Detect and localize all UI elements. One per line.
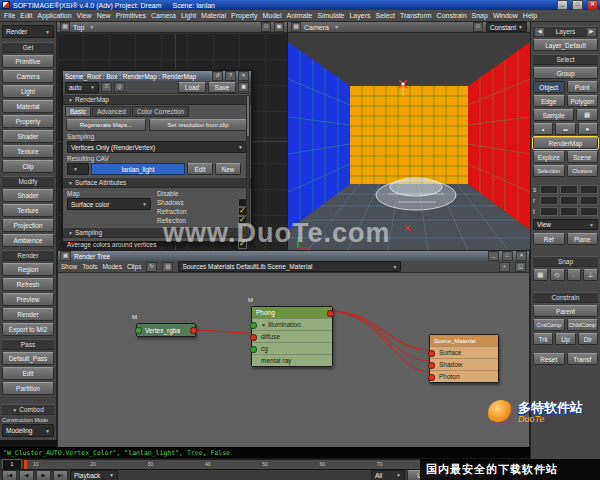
select-polygon-button[interactable]: Polygon: [567, 95, 599, 107]
average-colors-checkbox[interactable]: [238, 240, 247, 249]
output-port[interactable]: [327, 310, 334, 317]
select-sample-button[interactable]: Sample: [533, 109, 574, 121]
snap-midpoint-icon[interactable]: ∙: [567, 269, 582, 281]
window-menu-icon[interactable]: ▣: [60, 251, 71, 261]
view-type-menu[interactable]: Camera: [304, 24, 329, 31]
toolbar-button[interactable]: Shader: [2, 130, 54, 143]
filter-icon-1[interactable]: •: [533, 123, 553, 135]
lock-icon[interactable]: ⚿: [101, 82, 112, 92]
toolbar-button[interactable]: Clip: [2, 160, 54, 173]
recycle-icon[interactable]: ↺: [212, 71, 223, 81]
display-mode-select[interactable]: Constant ▼: [486, 22, 527, 32]
node-row-photon[interactable]: Photon: [430, 370, 498, 382]
select-group-button[interactable]: Group: [533, 67, 598, 79]
toolbar-button[interactable]: Edit: [2, 367, 54, 380]
up-button[interactable]: Up: [555, 333, 575, 345]
menu-item[interactable]: Edit: [18, 11, 34, 20]
scale-z-field[interactable]: [580, 185, 598, 194]
menu-item[interactable]: Simulate: [315, 11, 346, 20]
zoom-icon[interactable]: ＋: [499, 262, 510, 272]
rt-menu-modes[interactable]: Modes: [102, 263, 122, 270]
input-port[interactable]: [428, 350, 435, 357]
output-port[interactable]: [190, 327, 197, 334]
menu-item[interactable]: Constrain: [435, 11, 469, 20]
load-button[interactable]: Load: [178, 82, 206, 93]
dir-button[interactable]: Dir: [578, 333, 598, 345]
select-object-button[interactable]: Object: [533, 81, 565, 93]
all-select[interactable]: All ▼: [371, 470, 405, 480]
eye-icon[interactable]: ⊙: [261, 22, 271, 32]
menu-item[interactable]: Application: [35, 11, 73, 20]
maximize-button[interactable]: □: [572, 0, 583, 10]
layout-icon[interactable]: ▣: [238, 82, 249, 92]
toolbar-button[interactable]: Projection: [2, 219, 54, 232]
pin-icon[interactable]: ◎: [114, 82, 125, 92]
node-row-illumination[interactable]: ▼ Illumination: [252, 318, 332, 330]
toolbar-button[interactable]: Light: [2, 85, 54, 98]
toolbar-button[interactable]: Material: [2, 100, 54, 113]
menu-item[interactable]: Light: [179, 11, 198, 20]
select-point-button[interactable]: Point: [567, 81, 599, 93]
refresh-icon[interactable]: ↻: [146, 262, 157, 272]
node-row-surface[interactable]: Surface: [430, 346, 498, 358]
snap-point-icon[interactable]: ◇: [550, 269, 565, 281]
menu-item[interactable]: Snap: [470, 11, 490, 20]
rotate-z-field[interactable]: [580, 196, 598, 205]
menu-item[interactable]: Model: [260, 11, 283, 20]
rt-menu-show[interactable]: Show: [61, 263, 77, 270]
toolbar-button[interactable]: Shader: [2, 189, 54, 202]
menu-item[interactable]: Primitives: [114, 11, 148, 20]
selection-button[interactable]: Selection: [533, 165, 565, 177]
construction-mode-select[interactable]: Modeling ▼: [2, 424, 54, 437]
menu-item[interactable]: View: [75, 11, 94, 20]
surface-attributes-header[interactable]: ▼ Surface Attributes: [63, 177, 251, 188]
menu-item[interactable]: Select: [373, 11, 396, 20]
minimize-button[interactable]: _: [557, 0, 568, 10]
playback-menu[interactable]: Playback ▼: [70, 470, 118, 480]
node-row-mentalray[interactable]: mental ray: [252, 354, 332, 366]
toolbar-button[interactable]: Ambience: [2, 234, 54, 247]
auto-refresh-select[interactable]: auto ▼: [65, 82, 99, 93]
close-icon[interactable]: ✕: [516, 251, 527, 261]
input-port[interactable]: [428, 362, 435, 369]
ref-button[interactable]: Ref: [533, 233, 565, 245]
cav-edit-button[interactable]: Edit: [187, 163, 213, 175]
filter-icon-2[interactable]: ••: [555, 123, 575, 135]
transf-button[interactable]: Transf: [567, 353, 599, 365]
map-select[interactable]: Surface color ▼: [67, 198, 151, 210]
maximize-icon[interactable]: □: [502, 251, 513, 261]
toolbar-button[interactable]: Render: [2, 308, 54, 321]
menu-item[interactable]: Camera: [149, 11, 178, 20]
filter-icon-3[interactable]: ▸: [578, 123, 598, 135]
go-start-button[interactable]: |◀: [2, 470, 17, 480]
sampling-select[interactable]: Vertices Only (RenderVertex) ▼: [67, 141, 247, 153]
select-extra-icon[interactable]: ▦: [576, 109, 598, 121]
reset-button[interactable]: Reset: [533, 353, 565, 365]
input-port[interactable]: [428, 374, 435, 381]
menu-item[interactable]: Window: [491, 11, 520, 20]
childcomp-button[interactable]: ChildComp: [567, 319, 599, 331]
toolbar-button[interactable]: Refresh: [2, 278, 54, 291]
rotate-x-field[interactable]: [540, 196, 558, 205]
frame-icon[interactable]: ◱: [515, 262, 526, 272]
play-button[interactable]: ▶: [36, 470, 51, 480]
translate-y-field[interactable]: [560, 207, 578, 216]
sampling-section-header[interactable]: ▼ Sampling: [63, 227, 251, 238]
go-end-button[interactable]: ▶|: [53, 470, 68, 480]
node-phong[interactable]: Phong ▼ Illumination diffuse cg: [251, 306, 333, 367]
prev-layer-icon[interactable]: ◀: [534, 27, 545, 37]
menu-item[interactable]: Help: [521, 11, 539, 20]
input-port[interactable]: [250, 334, 257, 341]
snap-normal-icon[interactable]: ⊥: [583, 269, 598, 281]
translate-x-field[interactable]: [540, 207, 558, 216]
scale-x-field[interactable]: [540, 185, 558, 194]
menu-item[interactable]: Property: [229, 11, 259, 20]
rt-menu-tools[interactable]: Tools: [82, 263, 97, 270]
current-layer-button[interactable]: Layer_Default: [533, 39, 598, 51]
close-button[interactable]: ✕: [587, 0, 598, 10]
view-type-menu[interactable]: Top: [73, 24, 84, 31]
camera-3d-scene[interactable]: [288, 33, 530, 251]
explore-button[interactable]: Explore: [533, 151, 565, 163]
input-port[interactable]: [135, 327, 142, 334]
transform-ref-select[interactable]: View ▼: [533, 219, 598, 230]
